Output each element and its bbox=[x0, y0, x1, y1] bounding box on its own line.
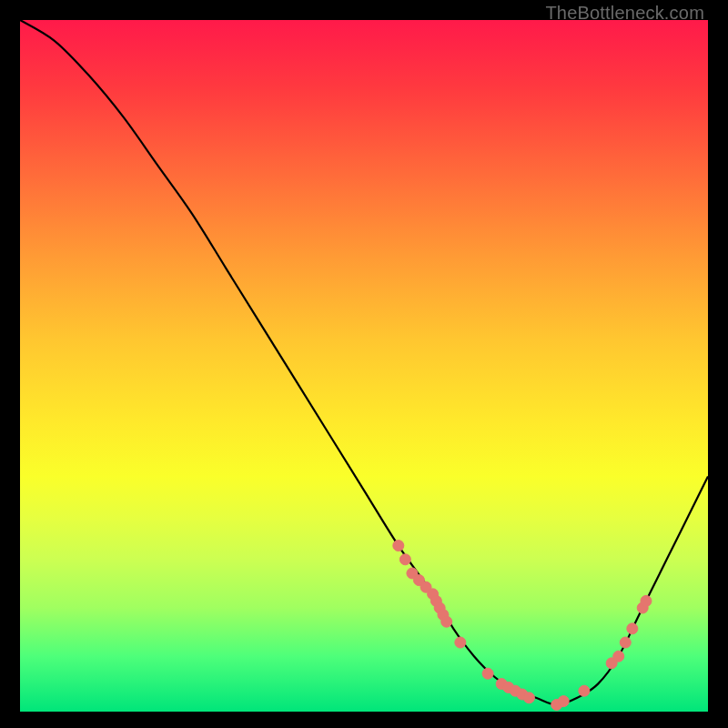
marker-group bbox=[393, 541, 652, 711]
watermark-label: TheBottleneck.com bbox=[545, 3, 704, 24]
bottleneck-curve-path bbox=[20, 20, 708, 704]
bottleneck-curve-svg bbox=[20, 20, 708, 712]
chart-plot-area bbox=[20, 20, 708, 712]
curve-marker bbox=[482, 668, 493, 679]
curve-marker bbox=[558, 696, 569, 707]
curve-marker bbox=[627, 623, 638, 634]
curve-marker bbox=[579, 685, 590, 696]
curve-marker bbox=[641, 595, 652, 606]
curve-marker bbox=[393, 541, 404, 551]
curve-marker bbox=[455, 637, 466, 648]
curve-marker bbox=[441, 616, 452, 627]
curve-marker bbox=[620, 637, 631, 648]
curve-marker bbox=[523, 693, 534, 703]
curve-marker bbox=[613, 651, 624, 662]
curve-marker bbox=[399, 554, 410, 565]
